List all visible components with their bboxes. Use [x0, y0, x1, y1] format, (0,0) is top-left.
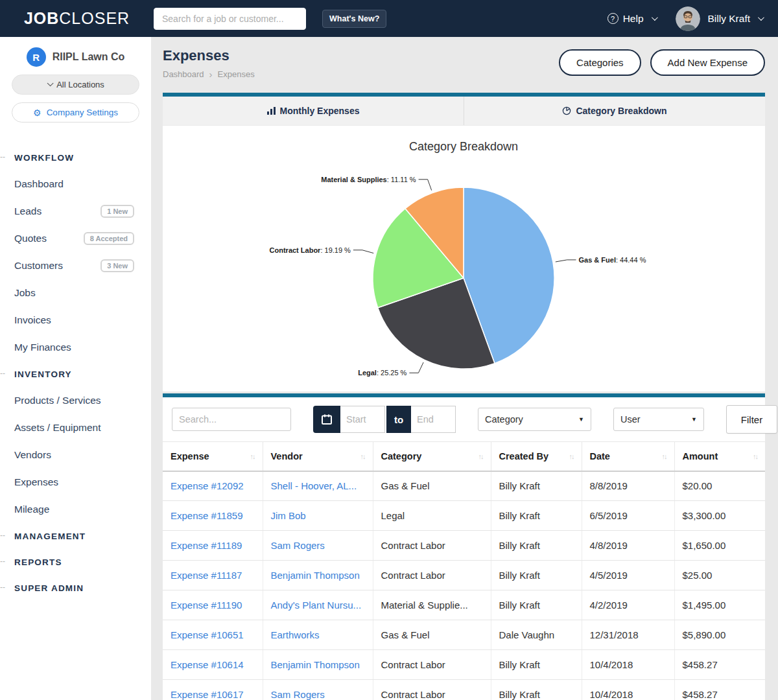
tab-monthly-expenses[interactable]: Monthly Expenses [163, 97, 464, 125]
help-menu[interactable]: Help [623, 13, 644, 25]
avatar[interactable] [676, 6, 700, 31]
column-header-category[interactable]: Category↑↓ [373, 442, 491, 471]
expense-link[interactable]: Expense #11190 [163, 590, 263, 620]
sidebar-item-dashboard[interactable]: Dashboard [0, 170, 151, 198]
user-select[interactable]: User ▼ [613, 408, 704, 431]
created-by-cell: Billy Kraft [491, 501, 582, 531]
category-select[interactable]: Category ▼ [478, 408, 591, 431]
sidebar-section-reports[interactable]: -- REPORTS [0, 549, 151, 575]
expense-link[interactable]: Expense #10617 [163, 680, 263, 700]
filter-button[interactable]: Filter [726, 405, 777, 434]
table-row: Expense #12092 Shell - Hoover, AL... Gas… [163, 471, 765, 501]
expense-link[interactable]: Expense #12092 [163, 471, 263, 501]
vendor-link[interactable]: Jim Bob [263, 501, 373, 531]
company-settings-button[interactable]: ⚙ Company Settings [12, 102, 139, 122]
sidebar-section-label: SUPER ADMIN [14, 583, 84, 593]
add-new-expense-button[interactable]: Add New Expense [650, 49, 765, 76]
sidebar-nav: -- WORKFLOW Dashboard Leads 1 New Quotes… [0, 145, 151, 601]
category-cell: Gas & Fuel [373, 620, 491, 650]
sort-icon: ↑↓ [250, 452, 255, 460]
amount-cell: $20.00 [674, 471, 765, 501]
vendor-link[interactable]: Sam Rogers [263, 680, 373, 700]
sidebar-item-products-services[interactable]: Products / Services [0, 387, 151, 414]
user-menu[interactable]: Billy Kraft [708, 13, 750, 25]
date-cell: 4/8/2019 [582, 531, 674, 561]
sidebar-item-quotes[interactable]: Quotes 8 Accepted [0, 225, 151, 252]
pie-label-contract-labor: Contract Labor: 19.19 % [270, 246, 351, 254]
sidebar-item-label: Assets / Equipment [14, 422, 101, 434]
vendor-link[interactable]: Andy's Plant Nursu... [263, 590, 373, 620]
start-date-input[interactable] [340, 406, 385, 433]
categories-button[interactable]: Categories [559, 49, 641, 76]
help-icon: ? [607, 13, 619, 24]
expense-link[interactable]: Expense #10651 [163, 620, 263, 650]
sidebar-section-workflow[interactable]: -- WORKFLOW [0, 145, 151, 170]
amount-cell: $458.27 [674, 680, 765, 700]
end-date-input[interactable] [411, 406, 456, 433]
expense-link[interactable]: Expense #11859 [163, 501, 263, 531]
sidebar-item-assets-equipment[interactable]: Assets / Equipment [0, 414, 151, 441]
sidebar-item-leads[interactable]: Leads 1 New [0, 198, 151, 225]
date-cell: 4/5/2019 [582, 561, 674, 590]
whats-new-button[interactable]: What's New? [322, 10, 386, 28]
sidebar-section-super-admin[interactable]: -- SUPER ADMIN [0, 575, 151, 601]
section-dash-icon: -- [0, 369, 5, 378]
sidebar-item-mileage[interactable]: Mileage [0, 496, 151, 523]
sidebar-item-vendors[interactable]: Vendors [0, 441, 151, 469]
category-cell: Gas & Fuel [373, 471, 491, 501]
sidebar-item-my-finances[interactable]: My Finances [0, 334, 151, 361]
tab-category-breakdown[interactable]: Category Breakdown [464, 97, 765, 125]
expense-link[interactable]: Expense #10614 [163, 650, 263, 680]
sidebar-item-customers[interactable]: Customers 3 New [0, 252, 151, 279]
caret-down-icon: ▼ [691, 416, 697, 423]
sidebar-item-jobs[interactable]: Jobs [0, 279, 151, 307]
vendor-link[interactable]: Earthworks [263, 620, 373, 650]
sidebar-item-label: Mileage [14, 504, 49, 515]
table-row: Expense #11190 Andy's Plant Nursu... Mat… [163, 590, 765, 620]
date-cell: 4/2/2019 [582, 590, 674, 620]
category-cell: Contract Labor [373, 561, 491, 590]
caret-down-icon: ▼ [578, 416, 584, 423]
calendar-button[interactable] [313, 406, 340, 433]
expense-link[interactable]: Expense #11189 [163, 531, 263, 561]
chevron-right-icon: › [209, 69, 213, 80]
pie-label-connector [419, 180, 432, 191]
sort-icon: ↑↓ [478, 452, 483, 460]
table-search-input[interactable] [172, 408, 291, 431]
column-header-date[interactable]: Date↑↓ [582, 442, 674, 471]
sidebar-item-invoices[interactable]: Invoices [0, 307, 151, 334]
column-header-expense[interactable]: Expense↑↓ [163, 442, 263, 471]
vendor-link[interactable]: Sam Rogers [263, 531, 373, 561]
vendor-link[interactable]: Benjamin Thompson [263, 561, 373, 590]
locations-dropdown[interactable]: All Locations [12, 75, 139, 95]
company-settings-label: Company Settings [47, 108, 118, 117]
sidebar-item-badge: 8 Accepted [84, 232, 134, 245]
chart-title: Category Breakdown [409, 140, 518, 153]
pie-label-material-supplies: Material & Supplies: 11.11 % [321, 176, 416, 183]
table-row: Expense #11187 Benjamin Thompson Contrac… [163, 561, 765, 590]
filter-row: to Category ▼ User ▼ [163, 397, 765, 441]
breadcrumb-dashboard[interactable]: Dashboard [163, 69, 204, 79]
column-header-amount[interactable]: Amount↑↓ [674, 442, 765, 471]
date-cell: 10/4/2018 [582, 680, 674, 700]
sidebar-item-expenses[interactable]: Expenses [0, 469, 151, 496]
sidebar-section-label: WORKFLOW [14, 153, 74, 163]
sidebar-item-badge: 3 New [100, 259, 134, 272]
expense-link[interactable]: Expense #11187 [163, 561, 263, 590]
logo-light: CLOSER [59, 9, 130, 27]
table-card: to Category ▼ User ▼ [163, 393, 765, 700]
column-header-vendor[interactable]: Vendor↑↓ [263, 442, 373, 471]
date-cell: 10/4/2018 [582, 650, 674, 680]
category-cell: Contract Labor [373, 680, 491, 700]
global-search-input[interactable] [154, 8, 306, 30]
main-content: Expenses Dashboard › Expenses Categories… [151, 37, 778, 700]
tab-label: Category Breakdown [576, 106, 666, 116]
chevron-down-icon [651, 14, 657, 21]
column-header-created-by[interactable]: Created By↑↓ [491, 442, 582, 471]
sidebar-section-management[interactable]: -- MANAGEMENT [0, 523, 151, 549]
sidebar-section-inventory[interactable]: -- INVENTORY [0, 361, 151, 387]
vendor-link[interactable]: Benjamin Thompson [263, 650, 373, 680]
user-select-value: User [620, 414, 641, 425]
vendor-link[interactable]: Shell - Hoover, AL... [263, 471, 373, 501]
sidebar-section-label: REPORTS [14, 557, 62, 567]
